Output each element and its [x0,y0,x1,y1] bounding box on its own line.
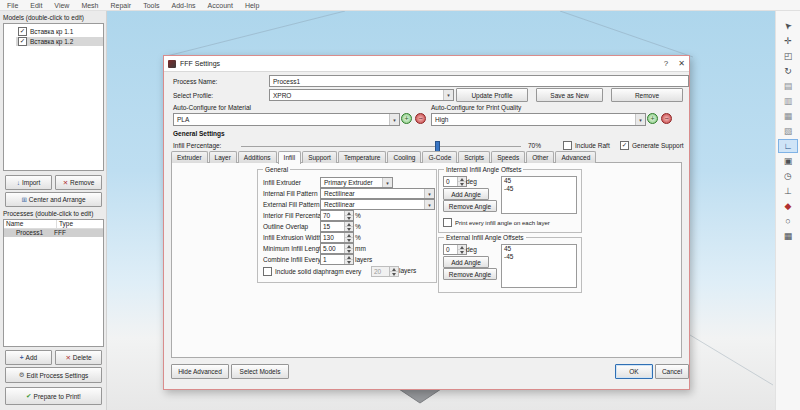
checkbox-checked-icon[interactable]: ✓ [620,141,629,150]
spin-down-icon[interactable] [345,260,353,264]
external-remove-angle-button[interactable]: Remove Angle [443,268,497,280]
solid-diaphragm-checkbox[interactable]: Include solid diaphragm every [263,267,361,276]
chevron-down-icon[interactable]: ▾ [389,114,399,125]
profile-select[interactable]: XPRO ▾ [269,89,454,101]
external-add-angle-button[interactable]: Add Angle [443,256,489,268]
spin-down-icon[interactable] [345,227,353,231]
menu-item-account[interactable]: Account [206,2,235,9]
spin-down-icon[interactable] [458,250,466,254]
view-side-icon[interactable]: ▦ [778,109,798,123]
remove-material-button[interactable]: − [415,113,426,124]
tab-scripts[interactable]: Scripts [458,151,490,163]
extrusion-width-spinner[interactable]: 130 [320,232,354,243]
prepare-to-print-button[interactable]: ✔ Prepare to Print! [5,387,102,405]
generate-support-checkbox[interactable]: ✓ Generate Support [620,141,684,150]
material-select[interactable]: PLA ▾ [173,113,400,126]
processes-list[interactable]: Name Type Process1 FFF [3,219,104,347]
spin-down-icon[interactable] [345,238,353,242]
internal-angle-list[interactable]: 45 -45 [501,176,577,214]
list-item[interactable]: 45 [502,177,576,185]
internal-add-angle-button[interactable]: Add Angle [443,188,489,200]
checkbox-unchecked-icon[interactable] [563,141,572,150]
cursor-icon[interactable]: ➤ [778,19,798,33]
menu-item-file[interactable]: File [5,2,20,9]
process-name-input[interactable]: Process1 [269,75,689,87]
menu-item-edit[interactable]: Edit [28,2,44,9]
rotate-view-icon[interactable]: ↻ [778,64,798,78]
axes-icon[interactable]: ∟ [778,139,798,153]
menu-item-view[interactable]: View [52,2,71,9]
import-button[interactable]: ↓ Import [5,175,52,190]
menu-item-help[interactable]: Help [243,2,261,9]
save-as-new-button[interactable]: Save as New [536,88,603,102]
chevron-down-icon[interactable]: ▾ [443,90,453,100]
update-profile-button[interactable]: Update Profile [456,88,528,102]
tab-layer[interactable]: Layer [209,151,237,163]
sphere-icon[interactable]: ○ [778,214,798,228]
animate-icon[interactable]: ◷ [778,169,798,183]
grid-icon[interactable]: ▦ [778,229,798,243]
external-pattern-select[interactable]: Rectilinear ▾ [320,199,435,210]
checkbox-unchecked-icon[interactable] [263,267,272,276]
tab-speeds[interactable]: Speeds [491,151,525,163]
interior-fill-spinner[interactable]: 70 [320,210,354,221]
list-item[interactable]: -45 [502,253,576,261]
menu-item-mesh[interactable]: Mesh [79,2,100,9]
support-paint-icon[interactable]: ◆ [778,199,798,213]
add-process-button[interactable]: + Add [5,350,52,365]
checkbox-unchecked-icon[interactable] [443,218,452,227]
quality-select[interactable]: High ▾ [431,113,646,126]
dialog-titlebar[interactable]: FFF Settings ? ✕ [164,56,689,72]
ok-button[interactable]: OK [615,364,653,379]
menu-item-addins[interactable]: Add-Ins [169,2,197,9]
list-item[interactable]: ✓ Вставка кр 1.1 [16,27,103,36]
external-angle-spinner[interactable]: 0 [443,244,467,255]
tab-advanced[interactable]: Advanced [555,151,596,163]
remove-model-button[interactable]: ✕ Remove [55,175,102,190]
internal-pattern-select[interactable]: Rectilinear ▾ [320,188,435,199]
remove-profile-button[interactable]: Remove [611,88,683,102]
remove-quality-button[interactable]: − [661,113,672,124]
list-item[interactable]: ✓ Вставка кр 1.2 [16,37,103,46]
view-front-icon[interactable]: ▥ [778,94,798,108]
table-row[interactable]: Process1 FFF [4,229,103,237]
model-checkbox[interactable]: ✓ [18,37,27,46]
menu-item-repair[interactable]: Repair [109,2,134,9]
tab-gcode[interactable]: G-Code [422,151,457,163]
move-icon[interactable]: ✛ [778,34,798,48]
add-quality-button[interactable]: + [647,113,658,124]
list-item[interactable]: 45 [502,245,576,253]
measure-icon[interactable]: ⊥ [778,184,798,198]
edit-process-settings-button[interactable]: ⚙ Edit Process Settings [5,367,102,383]
view-top-icon[interactable]: ▤ [778,79,798,93]
chevron-down-icon[interactable]: ▾ [382,178,392,187]
delete-process-button[interactable]: ✕ Delete [55,350,102,365]
spin-down-icon[interactable] [458,182,466,186]
chevron-down-icon[interactable]: ▾ [424,189,434,198]
hide-advanced-button[interactable]: Hide Advanced [171,364,229,379]
tab-other[interactable]: Other [526,151,554,163]
model-checkbox[interactable]: ✓ [18,27,27,36]
box-select-icon[interactable]: ◰ [778,49,798,63]
min-infill-spinner[interactable]: 5.00 [320,243,354,254]
tab-support[interactable]: Support [302,151,337,163]
chevron-down-icon[interactable]: ▾ [635,114,645,125]
dialog-help-button[interactable]: ? [664,59,668,68]
list-item[interactable]: -45 [502,185,576,193]
cancel-button[interactable]: Cancel [655,364,689,379]
tab-extruder[interactable]: Extruder [171,151,208,163]
add-material-button[interactable]: + [401,113,412,124]
tab-temperature[interactable]: Temperature [338,151,387,163]
infill-extruder-select[interactable]: Primary Extruder ▾ [320,177,393,188]
outline-overlap-spinner[interactable]: 15 [320,221,354,232]
spin-down-icon[interactable] [345,249,353,253]
menu-item-tools[interactable]: Tools [141,2,161,9]
external-angle-list[interactable]: 45 -45 [501,244,577,288]
tab-infill[interactable]: Infill [278,151,302,164]
internal-angle-spinner[interactable]: 0 [443,176,467,187]
combine-infill-spinner[interactable]: 1 [320,254,354,265]
spin-down-icon[interactable] [345,216,353,220]
cross-section-icon[interactable]: ▣ [778,154,798,168]
chevron-down-icon[interactable]: ▾ [424,200,434,209]
include-raft-checkbox[interactable]: Include Raft [563,141,610,150]
